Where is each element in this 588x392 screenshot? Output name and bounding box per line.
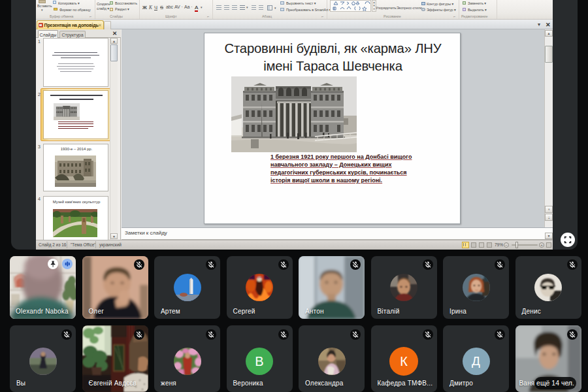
svg-text:M1998: M1998 [255, 276, 264, 279]
